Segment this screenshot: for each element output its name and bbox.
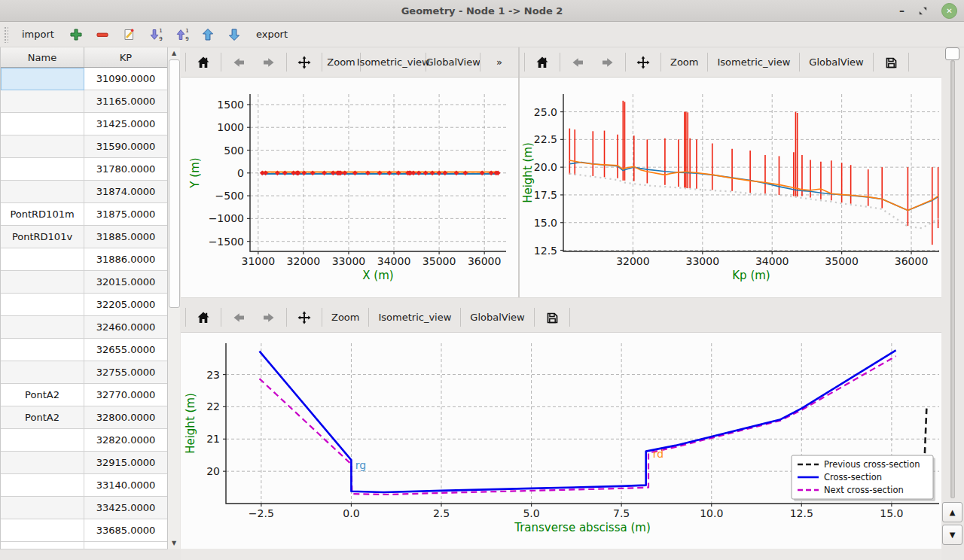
name-cell[interactable] bbox=[1, 181, 84, 203]
forward-button[interactable] bbox=[254, 307, 284, 328]
kp-cell[interactable]: 33140.0000 bbox=[84, 474, 168, 497]
name-cell[interactable]: PontRD101m bbox=[1, 203, 84, 226]
minimize-button[interactable]: – bbox=[899, 7, 905, 14]
isometric-view-button[interactable]: Isometric_view bbox=[371, 307, 458, 328]
isometric-view-button[interactable]: Isometric_view bbox=[363, 52, 423, 73]
name-cell[interactable] bbox=[1, 248, 84, 271]
svg-text:34000: 34000 bbox=[755, 255, 789, 267]
section-slider-thumb[interactable] bbox=[945, 47, 959, 60]
save-figure-button[interactable] bbox=[876, 52, 906, 73]
zoom-button[interactable]: Zoom bbox=[664, 52, 705, 73]
name-cell[interactable] bbox=[1, 90, 84, 113]
home-button[interactable] bbox=[527, 52, 557, 73]
kp-cell[interactable]: 31886.0000 bbox=[84, 248, 168, 271]
kp-cell[interactable]: 31090.0000 bbox=[84, 68, 168, 90]
name-cell[interactable] bbox=[1, 271, 84, 294]
kp-cell[interactable]: 32205.0000 bbox=[84, 294, 168, 316]
name-cell[interactable]: PontA2 bbox=[1, 384, 84, 406]
pan-button[interactable] bbox=[289, 307, 319, 328]
export-button[interactable]: export bbox=[251, 26, 293, 43]
kp-cell[interactable]: 32655.0000 bbox=[84, 339, 168, 361]
column-header-kp[interactable]: KP bbox=[84, 47, 168, 67]
toolbar-separator bbox=[368, 308, 369, 327]
zoom-button[interactable]: Zoom bbox=[325, 307, 366, 328]
zoom-button[interactable]: Zoom bbox=[325, 52, 358, 73]
kp-cell[interactable]: 32800.0000 bbox=[84, 406, 168, 429]
toolbar-separator bbox=[286, 53, 287, 72]
kp-cell[interactable]: 33425.0000 bbox=[84, 497, 168, 519]
scrollbar-down-arrow-icon[interactable]: ▼ bbox=[168, 537, 180, 549]
home-button[interactable] bbox=[188, 307, 218, 328]
scrollbar-up-arrow-icon[interactable]: ▲ bbox=[168, 47, 180, 59]
pan-button[interactable] bbox=[628, 52, 658, 73]
forward-button[interactable] bbox=[254, 52, 284, 73]
kp-cell[interactable]: 31874.0000 bbox=[84, 181, 168, 203]
name-cell[interactable] bbox=[1, 497, 84, 519]
isometric-view-button[interactable]: Isometric_view bbox=[710, 52, 797, 73]
long-profile-chart[interactable]: 320003300034000350003600012.515.017.520.… bbox=[520, 78, 941, 297]
name-cell[interactable] bbox=[1, 68, 84, 90]
kp-cell[interactable]: 31425.0000 bbox=[84, 113, 168, 135]
name-cell[interactable] bbox=[1, 361, 84, 384]
kp-cell[interactable]: 32755.0000 bbox=[84, 361, 168, 384]
back-button[interactable] bbox=[224, 307, 254, 328]
kp-cell[interactable]: 31885.0000 bbox=[84, 226, 168, 248]
add-row-button[interactable] bbox=[66, 25, 86, 44]
name-cell[interactable] bbox=[1, 316, 84, 339]
pan-button[interactable] bbox=[289, 52, 319, 73]
move-up-button[interactable] bbox=[198, 25, 218, 44]
toolbar-overflow-button[interactable]: » bbox=[483, 52, 516, 73]
table-scrollbar-thumb[interactable] bbox=[169, 59, 180, 308]
kp-cell[interactable]: 32015.0000 bbox=[84, 271, 168, 294]
kp-cell[interactable]: 31875.0000 bbox=[84, 203, 168, 226]
kp-cell[interactable]: 32770.0000 bbox=[84, 384, 168, 406]
kp-cell[interactable]: 32820.0000 bbox=[84, 429, 168, 452]
kp-cell[interactable] bbox=[84, 542, 168, 549]
section-slider-track[interactable] bbox=[950, 60, 955, 498]
global-view-button[interactable]: GlobalView bbox=[802, 52, 870, 73]
column-header-name[interactable]: Name bbox=[1, 47, 84, 67]
name-cell[interactable] bbox=[1, 158, 84, 181]
sort-ascending-button[interactable]: 19 bbox=[145, 25, 165, 44]
kp-cell[interactable]: 32915.0000 bbox=[84, 452, 168, 474]
import-button[interactable]: import bbox=[17, 26, 59, 43]
horizontal-splitter[interactable] bbox=[181, 297, 941, 303]
cross-section-chart[interactable]: −2.50.02.55.07.510.012.515.020212223rgrd… bbox=[181, 333, 941, 560]
toolbar-drag-handle[interactable] bbox=[4, 26, 8, 43]
kp-cell[interactable]: 32460.0000 bbox=[84, 316, 168, 339]
forward-button[interactable] bbox=[593, 52, 623, 73]
plan-view-chart[interactable]: 310003200033000340003500036000−1500−1000… bbox=[181, 78, 518, 297]
kp-cell[interactable]: 31165.0000 bbox=[84, 90, 168, 113]
sort-descending-button[interactable]: 19 bbox=[172, 25, 191, 44]
name-cell[interactable] bbox=[1, 452, 84, 474]
global-view-button[interactable]: GlobalView bbox=[463, 307, 531, 328]
name-cell[interactable]: PontRD101v bbox=[1, 226, 84, 248]
name-cell[interactable]: PontA2 bbox=[1, 406, 84, 429]
name-cell[interactable] bbox=[1, 135, 84, 158]
back-button[interactable] bbox=[224, 52, 254, 73]
delete-row-button[interactable] bbox=[93, 25, 112, 44]
kp-cell[interactable]: 31780.0000 bbox=[84, 158, 168, 181]
maximize-button[interactable] bbox=[917, 5, 929, 17]
name-cell[interactable] bbox=[1, 429, 84, 452]
name-cell[interactable] bbox=[1, 519, 84, 542]
edit-button[interactable] bbox=[119, 25, 139, 44]
home-button[interactable] bbox=[188, 52, 218, 73]
section-up-button[interactable]: ▲ bbox=[942, 502, 962, 522]
section-down-button[interactable]: ▼ bbox=[942, 525, 962, 545]
name-cell[interactable] bbox=[1, 339, 84, 361]
back-button[interactable] bbox=[563, 52, 593, 73]
name-cell[interactable] bbox=[1, 542, 84, 549]
toolbar-separator bbox=[873, 53, 874, 72]
name-cell[interactable] bbox=[1, 474, 84, 497]
close-button[interactable]: ✕ bbox=[941, 3, 957, 19]
kp-cell[interactable]: 31590.0000 bbox=[84, 135, 168, 158]
global-view-button[interactable]: GlobalView bbox=[429, 52, 477, 73]
name-cell[interactable] bbox=[1, 113, 84, 135]
move-down-button[interactable] bbox=[224, 25, 244, 44]
kp-cell[interactable]: 33685.0000 bbox=[84, 519, 168, 542]
toolbar-separator bbox=[322, 53, 322, 72]
save-figure-button[interactable] bbox=[537, 307, 567, 328]
table-scrollbar[interactable]: ▲ ▼ bbox=[167, 47, 180, 549]
name-cell[interactable] bbox=[1, 294, 84, 316]
